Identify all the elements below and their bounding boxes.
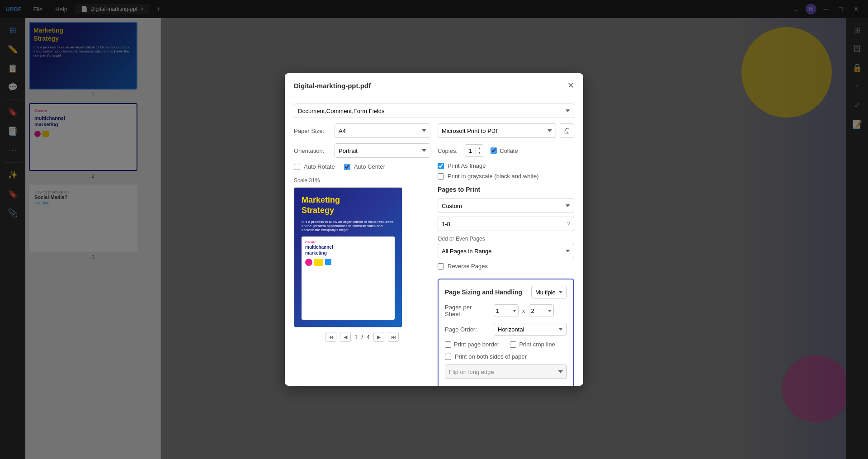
document-type-select[interactable]: Document,Comment,Form Fields bbox=[294, 104, 574, 118]
preview-page-total: 4 bbox=[367, 334, 370, 341]
preview-page-separator: / bbox=[361, 334, 363, 341]
pages-section-title: Pages to Print bbox=[438, 186, 574, 193]
dialog-body: Document,Comment,Form Fields Paper Size:… bbox=[285, 96, 583, 386]
auto-center-label: Auto Center bbox=[354, 163, 385, 170]
pages-per-sheet-row: Pages per Sheet: 1 x 2 bbox=[445, 304, 567, 317]
print-page-border-label: Print page border bbox=[454, 341, 499, 348]
pages-range-row: ? bbox=[438, 217, 574, 231]
page-sizing-section: Page Sizing and Handling Multiple Pages … bbox=[438, 279, 574, 386]
print-grayscale-row: Print in grayscale (black and white) bbox=[438, 173, 574, 180]
reverse-pages-checkbox[interactable] bbox=[438, 263, 444, 270]
orientation-label: Orientation: bbox=[294, 147, 335, 154]
collate-row: Collate bbox=[491, 147, 518, 154]
pages-help-icon[interactable]: ? bbox=[566, 220, 570, 227]
pages-per-sheet-value2[interactable]: 2 bbox=[529, 304, 554, 317]
page-sizing-title: Page Sizing and Handling bbox=[445, 289, 522, 296]
print-crop-line-item: Print crop line bbox=[510, 341, 555, 348]
dialog-header: Digital-markting-ppt.pdf ✕ bbox=[285, 73, 583, 96]
left-column: Paper Size: A4 Orientation: Portrait bbox=[294, 123, 430, 386]
printer-settings-button[interactable]: 🖨 bbox=[560, 123, 574, 138]
page-sizing-mode-select[interactable]: Multiple bbox=[531, 286, 567, 298]
top-section: Paper Size: A4 Orientation: Portrait bbox=[294, 123, 574, 386]
scale-label: Scale:31% bbox=[294, 177, 430, 184]
print-as-image-row: Print As Image bbox=[438, 162, 574, 169]
printer-row: Microsoft Print to PDF 🖨 bbox=[438, 123, 574, 138]
reverse-pages-row: Reverse Pages bbox=[438, 263, 574, 270]
auto-center-row: Auto Center bbox=[344, 163, 385, 170]
collate-label: Collate bbox=[500, 147, 518, 154]
right-column: Microsoft Print to PDF 🖨 Copies: 1 ▲ ▼ bbox=[438, 123, 574, 386]
reverse-pages-label: Reverse Pages bbox=[448, 263, 488, 270]
nav-next-button[interactable]: ▶ bbox=[373, 332, 384, 342]
copies-value: 1 bbox=[465, 147, 476, 154]
preview-page-current: 1 bbox=[354, 334, 358, 341]
dialog-overlay: Digital-markting-ppt.pdf ✕ Document,Comm… bbox=[0, 0, 868, 459]
copies-input-box: 1 ▲ ▼ bbox=[465, 144, 483, 157]
both-sides-label: Print on both sides of paper bbox=[455, 353, 527, 360]
copies-label: Copies: bbox=[438, 147, 458, 154]
nav-last-button[interactable]: ⏭ bbox=[388, 332, 399, 342]
preview-navigation: ⏮ ◀ 1 / 4 ▶ ⏭ bbox=[294, 332, 430, 342]
preview-slide-text: It is a process to allow an organization… bbox=[302, 220, 395, 232]
preview-slide-title: MarketingStrategy bbox=[302, 195, 395, 216]
paper-size-label: Paper Size: bbox=[294, 128, 335, 134]
paper-size-row: Paper Size: A4 bbox=[294, 123, 430, 138]
print-grayscale-checkbox[interactable] bbox=[438, 173, 444, 180]
odd-even-label: Odd or Even Pages bbox=[438, 236, 574, 242]
print-as-image-label: Print As Image bbox=[448, 162, 486, 169]
print-dialog: Digital-markting-ppt.pdf ✕ Document,Comm… bbox=[285, 73, 583, 386]
auto-rotate-checkbox[interactable] bbox=[294, 164, 300, 170]
both-sides-row: Print on both sides of paper bbox=[445, 353, 567, 360]
page-order-row: Page Order: Horizontal bbox=[445, 323, 567, 336]
page-order-select[interactable]: Horizontal bbox=[494, 323, 567, 336]
print-page-border-checkbox[interactable] bbox=[445, 341, 451, 348]
print-crop-line-label: Print crop line bbox=[519, 341, 555, 348]
collate-checkbox[interactable] bbox=[491, 147, 497, 154]
copies-spinners: ▲ ▼ bbox=[476, 146, 483, 156]
border-crop-row: Print page border Print crop line bbox=[445, 341, 567, 348]
auto-rotate-row: Auto Rotate bbox=[294, 163, 335, 170]
nav-prev-button[interactable]: ◀ bbox=[340, 332, 351, 342]
copies-up-button[interactable]: ▲ bbox=[476, 146, 483, 151]
pages-per-sheet-label: Pages per Sheet: bbox=[445, 304, 490, 317]
both-sides-checkbox[interactable] bbox=[445, 354, 451, 360]
printer-select[interactable]: Microsoft Print to PDF bbox=[438, 123, 556, 138]
orientation-row: Orientation: Portrait bbox=[294, 143, 430, 158]
odd-even-select[interactable]: All Pages in Range bbox=[438, 244, 574, 258]
nav-first-button[interactable]: ⏮ bbox=[326, 332, 336, 342]
page-order-label: Page Order: bbox=[445, 326, 490, 333]
flip-select[interactable]: Flip on long edge bbox=[445, 364, 567, 379]
dialog-footer: Print Cancel bbox=[445, 385, 567, 386]
sheets-x: x bbox=[522, 308, 525, 314]
pages-to-print-section: Pages to Print Custom ? Odd or Even Page… bbox=[438, 186, 574, 275]
pages-per-sheet-value1[interactable]: 1 bbox=[494, 304, 519, 317]
dialog-title: Digital-markting-ppt.pdf bbox=[294, 82, 371, 90]
pages-mode-select[interactable]: Custom bbox=[438, 199, 574, 213]
paper-size-select[interactable]: A4 bbox=[335, 123, 430, 138]
print-grayscale-label: Print in grayscale (black and white) bbox=[448, 173, 539, 180]
preview-slide2: Create multichannelmarketing bbox=[302, 237, 395, 320]
copies-down-button[interactable]: ▼ bbox=[476, 151, 483, 155]
print-page-border-item: Print page border bbox=[445, 341, 499, 348]
print-as-image-checkbox[interactable] bbox=[438, 163, 444, 169]
pages-range-input[interactable] bbox=[442, 221, 566, 227]
orientation-select[interactable]: Portrait bbox=[335, 143, 430, 158]
auto-center-checkbox[interactable] bbox=[344, 164, 350, 170]
copies-collate-row: Copies: 1 ▲ ▼ Collate bbox=[438, 144, 574, 157]
dialog-close-button[interactable]: ✕ bbox=[567, 80, 574, 90]
preview-thumbnail: MarketingStrategy It is a process to all… bbox=[294, 187, 402, 327]
print-crop-line-checkbox[interactable] bbox=[510, 341, 516, 348]
page-sizing-header: Page Sizing and Handling Multiple bbox=[445, 286, 567, 298]
auto-rotate-label: Auto Rotate bbox=[304, 163, 335, 170]
